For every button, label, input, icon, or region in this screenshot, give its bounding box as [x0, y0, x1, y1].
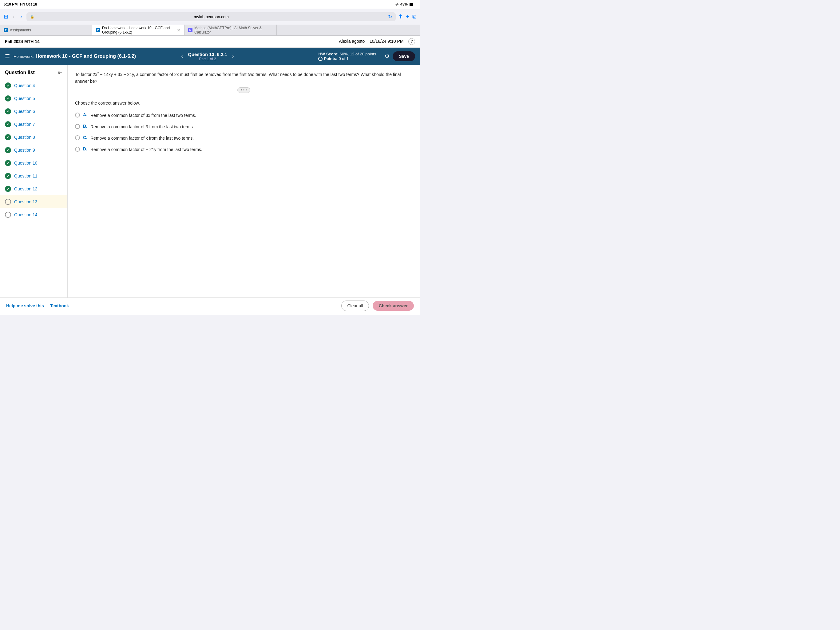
bottom-bar: Help me solve this Textbook Clear all Ch… — [0, 298, 420, 313]
date: Fri Oct 18 — [20, 2, 37, 6]
tab-favicon-mathos: M — [188, 28, 193, 32]
answer-option-b[interactable]: B. Remove a common factor of 3 from the … — [75, 121, 413, 133]
hw-score-label: HW Score: — [318, 52, 338, 56]
answer-option-c[interactable]: C. Remove a common factor of x from the … — [75, 133, 413, 144]
list-item[interactable]: Question 10 — [0, 157, 67, 169]
time: 6:10 PM — [4, 2, 17, 6]
home-bar — [0, 313, 420, 315]
page-header-right: Alexia agosto 10/18/24 9:10 PM ? — [339, 38, 415, 45]
hw-banner: ☰ Homework: Homework 10 - GCF and Groupi… — [0, 47, 420, 65]
wifi-icon: ⇌ — [395, 2, 398, 6]
clear-all-button[interactable]: Clear all — [341, 301, 369, 311]
question-8-label: Question 8 — [14, 135, 35, 140]
question-9-label: Question 9 — [14, 148, 35, 153]
radio-c[interactable] — [75, 135, 80, 140]
back-button[interactable]: ‹ — [11, 13, 16, 21]
points-circle-icon — [318, 57, 322, 61]
address-bar[interactable]: 🔒 mylab.pearson.com ↻ — [27, 12, 396, 21]
question-12-label: Question 12 — [14, 187, 38, 192]
option-letter-b: B. — [83, 123, 87, 128]
check-icon-q12 — [5, 186, 11, 192]
browser-actions: ⬆ + ⧉ — [398, 13, 416, 20]
sidebar-toggle-button[interactable]: ⊞ — [4, 13, 8, 20]
check-icon-q9 — [5, 147, 11, 153]
hw-question-part: Part 1 of 2 — [188, 57, 227, 61]
page-header: Fall 2024 MTH 14 Alexia agosto 10/18/24 … — [0, 36, 420, 47]
option-letter-c: C. — [83, 135, 87, 140]
list-item[interactable]: Question 9 — [0, 144, 67, 157]
tab-homework[interactable]: P Do Homework - Homework 10 - GCF and Gr… — [92, 25, 185, 35]
option-text-c: Remove a common factor of x from the las… — [90, 135, 194, 141]
question-11-label: Question 11 — [14, 174, 38, 179]
list-item[interactable]: Question 5 — [0, 92, 67, 105]
collapse-sidebar-button[interactable]: ⇤ — [58, 69, 62, 76]
radio-a[interactable] — [75, 112, 80, 117]
bottom-left: Help me solve this Textbook — [6, 303, 69, 308]
main-layout: Question list ⇤ Question 4 Question 5 Qu… — [0, 65, 420, 298]
tab-homework-label: Do Homework - Homework 10 - GCF and Grou… — [102, 26, 175, 35]
list-item[interactable]: Question 8 — [0, 131, 67, 144]
question-list-sidebar: Question list ⇤ Question 4 Question 5 Qu… — [0, 65, 68, 298]
textbook-button[interactable]: Textbook — [50, 303, 69, 308]
question-13-label: Question 13 — [14, 199, 38, 204]
reload-button[interactable]: ↻ — [388, 14, 392, 20]
list-item-active[interactable]: Question 13 — [0, 195, 67, 208]
answer-option-a[interactable]: A. Remove a common factor of 3x from the… — [75, 110, 413, 121]
option-text-a: Remove a common factor of 3x from the la… — [90, 112, 196, 119]
next-question-button[interactable]: › — [230, 52, 237, 61]
help-me-solve-button[interactable]: Help me solve this — [6, 303, 44, 308]
question-6-label: Question 6 — [14, 109, 35, 114]
radio-d[interactable] — [75, 147, 80, 152]
check-icon-q11 — [5, 173, 11, 179]
share-button[interactable]: ⬆ — [398, 13, 403, 20]
hw-actions: ⚙ Save — [385, 51, 415, 61]
hw-label: Homework: — [14, 54, 34, 59]
list-item[interactable]: Question 4 — [0, 79, 67, 92]
new-tab-button[interactable]: + — [406, 14, 409, 20]
points-label: Points: — [324, 56, 337, 61]
list-item[interactable]: Question 12 — [0, 182, 67, 195]
empty-icon-q13 — [5, 199, 11, 205]
list-item[interactable]: Question 7 — [0, 118, 67, 131]
check-icon-q10 — [5, 160, 11, 166]
question-list-header: Question list ⇤ — [0, 65, 67, 79]
answer-option-d[interactable]: D. Remove a common factor of − 21y from … — [75, 144, 413, 155]
option-letter-d: D. — [83, 146, 87, 151]
tab-close-homework[interactable]: ✕ — [177, 28, 180, 33]
save-button[interactable]: Save — [393, 51, 415, 61]
hw-points: Points: 0 of 1 — [318, 56, 376, 61]
choose-label: Choose the correct answer below. — [75, 101, 413, 106]
hw-nav: ‹ Question 13, 6.2.1 Part 1 of 2 › — [178, 52, 237, 61]
option-letter-a: A. — [83, 112, 87, 117]
list-item[interactable]: Question 14 — [0, 208, 67, 221]
check-icon-q4 — [5, 82, 11, 89]
question-7-label: Question 7 — [14, 122, 35, 127]
hw-menu-button[interactable]: ☰ — [5, 53, 10, 60]
list-item[interactable]: Question 6 — [0, 105, 67, 118]
tabs-button[interactable]: ⧉ — [412, 14, 416, 20]
help-button[interactable]: ? — [408, 38, 415, 45]
question-10-label: Question 10 — [14, 161, 38, 166]
prev-question-button[interactable]: ‹ — [178, 52, 185, 61]
radio-b[interactable] — [75, 124, 80, 129]
expand-dots[interactable]: • • • — [237, 87, 250, 93]
check-icon-q6 — [5, 108, 11, 114]
forward-button[interactable]: › — [19, 13, 24, 21]
points-value: 0 of 1 — [338, 56, 349, 61]
status-right: ⇌ 43% — [395, 2, 416, 6]
tab-favicon-assignments: P — [4, 28, 8, 32]
check-answer-button[interactable]: Check answer — [373, 301, 414, 311]
settings-button[interactable]: ⚙ — [385, 53, 390, 60]
hw-score-text: HW Score: 60%, 12 of 20 points — [318, 52, 376, 56]
battery-percent: 43% — [400, 2, 408, 6]
list-item[interactable]: Question 11 — [0, 169, 67, 182]
tab-assignments[interactable]: P Assignments — [0, 25, 92, 35]
question-5-label: Question 5 — [14, 96, 35, 101]
expand-bar[interactable]: • • • — [75, 90, 413, 96]
tab-favicon-homework: P — [96, 28, 100, 32]
hw-question-title: Question 13, 6.2.1 — [188, 52, 227, 57]
tab-mathos[interactable]: M Mathos (MathGPTPro) | AI Math Solver &… — [185, 25, 277, 35]
status-left: 6:10 PM Fri Oct 18 — [4, 2, 37, 6]
login-date: 10/18/24 9:10 PM — [369, 39, 404, 44]
tab-mathos-label: Mathos (MathGPTPro) | AI Math Solver & C… — [194, 26, 273, 35]
